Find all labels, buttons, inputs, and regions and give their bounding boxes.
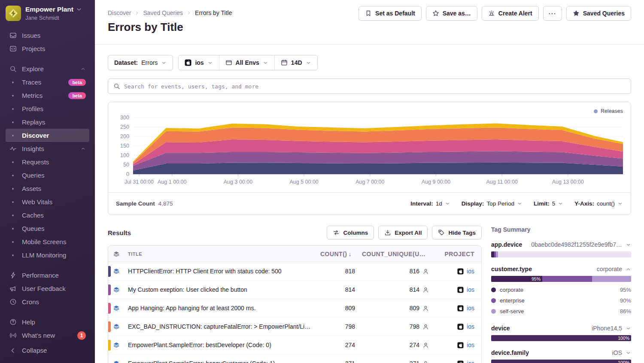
tag-section-header[interactable]: app.device0baebc0de4982f1255f2e9e9fb7… (491, 241, 631, 248)
tag-key: device (491, 325, 510, 332)
columns-button[interactable]: Columns (327, 226, 374, 239)
sidebar-collapse-button[interactable]: Collapse (6, 344, 89, 357)
tag-legend-label: corporate (500, 287, 523, 293)
sidebar-item-web-vitals[interactable]: Web Vitals (6, 195, 89, 209)
sidebar-item-traces[interactable]: Tracesbeta (6, 76, 89, 89)
interval-selector[interactable]: Interval:1d (410, 200, 450, 207)
tag-legend-row[interactable]: corporate95% (491, 284, 631, 295)
sidebar-item-discover[interactable]: Discover (6, 129, 89, 142)
sidebar-item-label: Caches (22, 212, 86, 219)
search-input[interactable] (124, 79, 626, 94)
apple-icon (185, 59, 191, 66)
dataset-selector[interactable]: Dataset: Errors (108, 55, 173, 70)
tag-key: customer.type (491, 266, 532, 272)
sidebar-item-caches[interactable]: Caches (6, 209, 89, 222)
project-filter[interactable]: ios (179, 55, 219, 70)
project-cell: ios (436, 360, 481, 363)
set-as-default-button[interactable]: Set as Default (358, 6, 422, 21)
hide-tags-button[interactable]: Hide Tags (432, 226, 482, 239)
sidebar-item-metrics[interactable]: Metricsbeta (6, 89, 89, 102)
column-header-count-unique[interactable]: COUNT_UNIQUE(USER) (358, 251, 436, 257)
project-cell: ios (436, 286, 481, 293)
project-link[interactable]: ios (467, 286, 474, 293)
tag-distribution-bar[interactable] (491, 251, 631, 257)
sort-desc-icon: ↓ (349, 251, 352, 257)
error-title-link[interactable]: EXC_BAD_INSTRUCTION: captureFatalError: … (125, 323, 316, 330)
column-header-title[interactable]: TITLE (125, 251, 316, 257)
megaphone-icon (8, 285, 18, 292)
sidebar-item-requests[interactable]: Requests (6, 155, 89, 169)
project-link[interactable]: ios (467, 268, 474, 275)
sidebar-item-mobile-screens[interactable]: Mobile Screens (6, 235, 89, 248)
sidebar-item-llm-monitoring[interactable]: LLM Monitoring (6, 248, 89, 262)
tag-legend-row[interactable]: self-serve86% (491, 306, 631, 317)
sidebar-item-replays[interactable]: Replays (6, 115, 89, 129)
tag-bar-segment (592, 276, 631, 282)
project-cell: ios (436, 342, 481, 348)
project-link[interactable]: ios (467, 360, 474, 363)
export-all-button[interactable]: Export All (378, 226, 428, 239)
date-range-filter[interactable]: 14D (274, 55, 317, 70)
releases-legend-toggle[interactable]: Releases (594, 108, 623, 114)
error-title-link[interactable]: EmpowerPlant.SampleError: happyCustomer … (125, 360, 316, 363)
stacked-area-chart[interactable]: 050100150200250300Jul 31 00:00Aug 1 00:0… (108, 102, 631, 192)
column-header-count[interactable]: COUNT()↓ (316, 251, 358, 257)
tag-distribution-bar[interactable]: 100% (491, 360, 631, 363)
tag-bar-segment (496, 251, 498, 257)
tag-section-header[interactable]: deviceiPhone14,5 (491, 325, 631, 332)
create-alert-button[interactable]: Create Alert (482, 6, 539, 21)
tag-section-header[interactable]: device.familyiOS (491, 349, 631, 356)
display-selector[interactable]: Display:Top Period (462, 200, 522, 207)
save-as-button[interactable]: Save as… (426, 6, 477, 21)
chevron-up-icon (80, 146, 86, 151)
breadcrumb-discover[interactable]: Discover (108, 9, 131, 16)
sidebar-item-performance[interactable]: Performance (6, 269, 89, 282)
sidebar-item-profiles[interactable]: Profiles (6, 102, 89, 115)
sidebar-item-queues[interactable]: Queues (6, 222, 89, 235)
apple-icon (457, 360, 464, 363)
sidebar-item-assets[interactable]: Assets (6, 182, 89, 195)
sidebar-item-user-feedback[interactable]: User Feedback (6, 282, 89, 295)
more-options-button[interactable]: ··· (543, 6, 562, 21)
project-link[interactable]: ios (467, 342, 474, 348)
breadcrumb-saved-queries[interactable]: Saved Queries (143, 9, 183, 16)
tag-distribution-bar[interactable]: 100% (491, 335, 631, 341)
error-title-link[interactable]: HTTPClientError: HTTP Client Error with … (125, 268, 316, 275)
project-link[interactable]: ios (467, 323, 474, 330)
tag-legend-row[interactable]: enterprise90% (491, 295, 631, 306)
sidebar-item-queries[interactable]: Queries (6, 169, 89, 182)
series-color-chip (108, 266, 111, 277)
tag-key: app.device (491, 241, 522, 248)
error-title-link[interactable]: EmpowerPlant.SampleError: bestDeveloper … (125, 342, 316, 348)
org-switcher[interactable]: Empower Plant Jane Schmidt (6, 6, 89, 21)
sidebar-item-issues[interactable]: Issues (6, 29, 89, 42)
limit-selector[interactable]: Limit:5 (534, 200, 563, 207)
column-header-project[interactable]: PROJECT (436, 251, 481, 257)
sidebar-item-insights[interactable]: Insights (6, 142, 89, 155)
sidebar-item-label: Web Vitals (22, 198, 86, 206)
sidebar-item-crons[interactable]: Crons (6, 295, 89, 309)
tag-distribution-bar[interactable]: 95% (491, 276, 631, 282)
yaxis-selector[interactable]: Y-Axis:count() (574, 200, 623, 207)
user-icon (422, 360, 429, 363)
chevron-down-icon (306, 60, 311, 66)
series-color-chip (108, 284, 111, 295)
bullet-icon (12, 254, 14, 256)
bullet-icon (12, 82, 14, 83)
tag-section-header[interactable]: customer.typecorporate (491, 266, 631, 272)
legend-dot-icon (491, 287, 496, 292)
sidebar-item-help[interactable]: Help (6, 315, 89, 329)
environment-filter[interactable]: All Envs (219, 55, 274, 70)
bookmark-icon (365, 10, 372, 17)
saved-queries-button[interactable]: Saved Queries (566, 6, 631, 21)
error-title-link[interactable]: My Custom exeption: User clicked the but… (125, 286, 316, 293)
sidebar-item-whats-new[interactable]: What's new1 (6, 329, 89, 342)
error-title-link[interactable]: App Hanging: App hanging for at least 20… (125, 305, 316, 312)
stack-icon[interactable] (108, 360, 125, 363)
project-link[interactable]: ios (467, 305, 474, 312)
sidebar-item-projects[interactable]: Projects (6, 42, 89, 55)
collapse-label: Collapse (22, 347, 86, 354)
siren-icon (488, 10, 495, 17)
bullet-icon (12, 121, 14, 123)
sidebar-item-explore[interactable]: Explore (6, 62, 89, 76)
